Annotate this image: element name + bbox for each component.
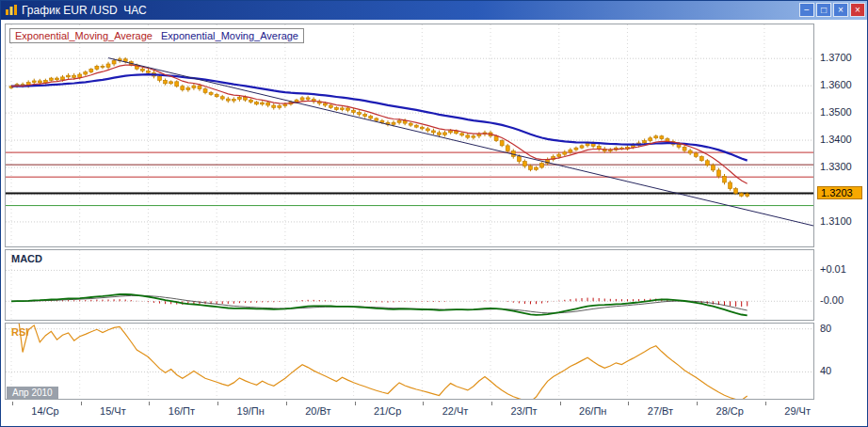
rsi-axis-label: 40: [820, 365, 831, 376]
close-button[interactable]: ×: [850, 3, 865, 17]
price-axis-label: 1.3400: [820, 134, 852, 145]
chart-area: Exponential_Moving_Average Exponential_M…: [1, 20, 868, 427]
month-badge: Апр 2010: [7, 387, 58, 399]
date-tick-label: 28/Ср: [716, 405, 744, 417]
macd-chart-canvas[interactable]: [6, 250, 813, 320]
date-tick-mark: [217, 402, 218, 405]
window-title: График EUR /USD ЧАС: [22, 1, 147, 20]
rsi-label: RSI: [11, 326, 28, 338]
date-tick-label: 19/Пн: [237, 405, 265, 417]
date-tick-mark: [491, 402, 492, 405]
date-tick-label: 29/Чт: [784, 405, 811, 417]
price-axis: 1.37001.36001.35001.34001.33001.31001.32…: [816, 24, 867, 402]
macd-panel[interactable]: MACD: [5, 249, 814, 321]
macd-label: MACD: [11, 253, 42, 264]
close-child-button[interactable]: ×: [833, 3, 848, 17]
price-panel[interactable]: Exponential_Moving_Average Exponential_M…: [5, 24, 814, 247]
date-tick-mark: [149, 402, 150, 405]
date-tick-label: 22/Чт: [442, 405, 469, 417]
price-axis-label: 1.3600: [820, 79, 852, 90]
window-controls: − □ × ×: [799, 3, 865, 17]
date-tick-mark: [765, 402, 766, 405]
date-tick-mark: [423, 402, 424, 405]
current-price-tag: 1.3203: [817, 186, 862, 199]
date-tick-mark: [12, 402, 13, 405]
price-chart-canvas[interactable]: [6, 24, 813, 246]
legend-ema-fast: Exponential_Moving_Average: [15, 30, 153, 41]
date-tick-mark: [81, 402, 82, 405]
date-axis: 14/Ср15/Чт16/Пт19/Пн20/Вт21/Ср22/Чт23/Пт…: [5, 402, 865, 426]
date-tick-mark: [355, 402, 356, 405]
minimize-button[interactable]: −: [799, 3, 814, 17]
chart-app-icon: [5, 4, 18, 17]
chart-window: График EUR /USD ЧАС − □ × × Exponential_…: [0, 0, 868, 427]
macd-axis-label: +0.01: [820, 263, 846, 275]
rsi-chart-canvas[interactable]: [6, 324, 813, 399]
rsi-axis-label: 80: [820, 323, 831, 334]
date-tick-label: 15/Чт: [100, 405, 126, 417]
price-axis-label: 1.3700: [820, 52, 852, 63]
price-axis-label: 1.3500: [820, 106, 852, 118]
date-tick-mark: [697, 402, 698, 405]
date-tick-label: 21/Ср: [374, 405, 401, 417]
rsi-panel[interactable]: RSI: [5, 323, 814, 400]
date-tick-label: 27/Вт: [648, 405, 673, 417]
titlebar[interactable]: График EUR /USD ЧАС − □ × ×: [1, 1, 867, 20]
price-axis-label: 1.3100: [820, 215, 852, 227]
date-tick-label: 20/Вт: [305, 405, 330, 417]
indicator-legend: Exponential_Moving_Average Exponential_M…: [9, 28, 304, 43]
date-tick-label: 16/Пт: [169, 405, 195, 417]
date-tick-label: 26/Пн: [579, 405, 606, 417]
legend-ema-slow: Exponential_Moving_Average: [161, 30, 298, 41]
date-tick-mark: [286, 402, 287, 405]
date-tick-label: 23/Пт: [510, 405, 537, 417]
macd-axis-label: -0.00: [820, 294, 844, 306]
date-tick-mark: [628, 402, 629, 405]
price-axis-label: 1.3300: [820, 161, 852, 172]
date-tick-label: 14/Ср: [31, 405, 58, 417]
date-tick-mark: [560, 402, 561, 405]
restore-button[interactable]: □: [816, 3, 831, 17]
